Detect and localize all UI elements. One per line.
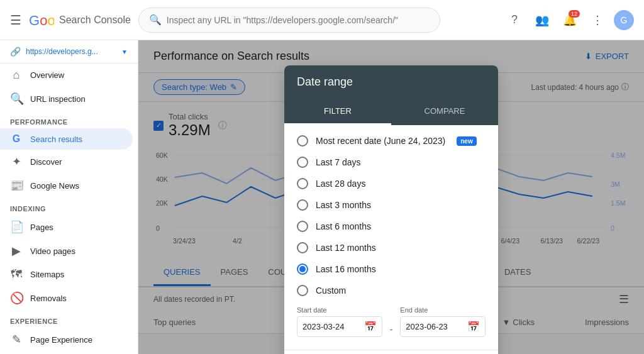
- radio-circle: [297, 285, 308, 296]
- radio-option-most-recent[interactable]: Most recent date (June 24, 2023) new: [284, 130, 498, 152]
- end-date-field[interactable]: 2023-06-23 📅: [400, 316, 486, 337]
- url-search-input[interactable]: [167, 15, 430, 25]
- google-logo-icon: Google: [29, 11, 54, 29]
- property-selector[interactable]: 🔗 https://developers.g... ▼: [0, 40, 138, 64]
- radio-circle-checked: [297, 263, 308, 275]
- calendar-icon: 📅: [364, 321, 377, 333]
- modal-tabs: FILTER COMPARE: [284, 99, 498, 125]
- sidebar-item-discover[interactable]: ✦ Discover: [0, 150, 133, 174]
- start-date-label: Start date: [297, 306, 382, 314]
- sidebar: 🔗 https://developers.g... ▼ ⌂ Overview 🔍…: [0, 40, 138, 354]
- sidebar-item-core-web-vitals[interactable]: 📱 Core Web Vitals: [0, 351, 133, 354]
- top-nav: ☰ Google Search Console 🔍 ? 👥 🔔 12 ⋮ G: [0, 0, 644, 40]
- sidebar-item-label: Discover: [30, 157, 62, 167]
- date-separator: -: [387, 324, 396, 335]
- sidebar-item-sitemaps[interactable]: 🗺 Sitemaps: [0, 263, 133, 286]
- end-date-group: End date 2023-06-23 📅: [400, 306, 486, 337]
- news-icon: 📰: [10, 179, 23, 192]
- video-icon: ▶: [10, 244, 23, 258]
- modal-title: Date range: [284, 65, 498, 99]
- radio-option-12months[interactable]: Last 12 months: [284, 237, 498, 258]
- radio-option-3months[interactable]: Last 3 months: [284, 194, 498, 216]
- modal-footer: All dates recorded in PT. CANCEL APPLY: [284, 350, 498, 354]
- pages-icon: 📄: [10, 220, 23, 234]
- radio-circle: [297, 135, 308, 147]
- avatar[interactable]: G: [614, 10, 634, 30]
- sidebar-item-label: Video pages: [30, 246, 75, 256]
- svg-text:Google: Google: [29, 13, 54, 28]
- calendar-icon: 📅: [467, 321, 480, 333]
- radio-circle: [297, 199, 308, 211]
- experience-icon: ✎: [10, 333, 23, 346]
- sidebar-item-label: Page Experience: [30, 335, 92, 345]
- sidebar-item-video-pages[interactable]: ▶ Video pages: [0, 239, 133, 263]
- start-date-field[interactable]: 2023-03-24 📅: [297, 316, 382, 337]
- sidebar-item-pages[interactable]: 📄 Pages: [0, 215, 133, 239]
- logo-area: Google Search Console: [29, 11, 131, 29]
- link-icon: 🔗: [10, 47, 21, 57]
- app-title: Search Console: [59, 14, 131, 26]
- start-date-value: 2023-03-24: [303, 322, 345, 331]
- home-icon: ⌂: [10, 69, 23, 82]
- end-date-value: 2023-06-23: [406, 322, 448, 331]
- modal-body: Most recent date (June 24, 2023) new Las…: [284, 125, 498, 350]
- modal-tab-compare[interactable]: COMPARE: [391, 99, 498, 125]
- sidebar-item-removals[interactable]: 🚫 Removals: [0, 286, 133, 310]
- sidebar-item-label: Sitemaps: [30, 270, 64, 279]
- notifications-icon[interactable]: 🔔 12: [558, 9, 581, 31]
- sidebar-section-experience: Experience: [0, 310, 138, 328]
- remove-icon: 🚫: [10, 291, 23, 305]
- chevron-down-icon: ▼: [121, 48, 128, 55]
- radio-circle: [297, 221, 308, 232]
- sidebar-item-label: Google News: [30, 181, 79, 191]
- google-g-icon: G: [10, 133, 23, 145]
- sidebar-section-indexing: Indexing: [0, 197, 138, 215]
- radio-circle: [297, 242, 308, 253]
- radio-option-28days[interactable]: Last 28 days: [284, 173, 498, 194]
- help-icon[interactable]: ?: [503, 9, 526, 31]
- main-content: Performance on Search results ⬇ EXPORT S…: [138, 40, 644, 354]
- radio-option-7days[interactable]: Last 7 days: [284, 152, 498, 173]
- sidebar-item-label: Pages: [30, 223, 53, 232]
- end-date-label: End date: [400, 306, 486, 314]
- date-inputs: Start date 2023-03-24 📅 - End date 2023-…: [284, 301, 498, 345]
- radio-circle: [297, 178, 308, 189]
- radio-option-6months[interactable]: Last 6 months: [284, 216, 498, 237]
- people-icon[interactable]: 👥: [531, 9, 553, 31]
- radio-option-16months[interactable]: Last 16 months: [284, 258, 498, 280]
- sidebar-item-label: URL inspection: [30, 94, 86, 104]
- search-bar[interactable]: 🔍: [138, 8, 440, 33]
- property-url: https://developers.g...: [26, 47, 98, 56]
- modal-overlay: Date range FILTER COMPARE Most recent da…: [138, 40, 644, 354]
- nav-icons: ? 👥 🔔 12 ⋮ G: [503, 9, 634, 31]
- sidebar-item-overview[interactable]: ⌂ Overview: [0, 64, 133, 87]
- search-icon: 🔍: [149, 14, 162, 26]
- menu-icon[interactable]: ☰: [10, 13, 21, 28]
- notification-badge: 12: [569, 10, 580, 18]
- sidebar-section-performance: Performance: [0, 111, 138, 128]
- sidebar-item-label: Search results: [30, 135, 82, 144]
- start-date-group: Start date 2023-03-24 📅: [297, 306, 382, 337]
- sidebar-item-label: Removals: [30, 294, 67, 303]
- discover-icon: ✦: [10, 155, 23, 169]
- main-layout: 🔗 https://developers.g... ▼ ⌂ Overview 🔍…: [0, 40, 644, 354]
- sidebar-item-page-experience[interactable]: ✎ Page Experience: [0, 328, 133, 351]
- modal-tab-filter[interactable]: FILTER: [284, 99, 391, 125]
- radio-circle: [297, 157, 308, 168]
- apps-icon[interactable]: ⋮: [586, 9, 609, 31]
- sidebar-item-search-results[interactable]: G Search results: [0, 128, 133, 150]
- date-range-modal: Date range FILTER COMPARE Most recent da…: [284, 65, 498, 354]
- sitemap-icon: 🗺: [10, 268, 23, 281]
- radio-option-custom[interactable]: Custom: [284, 280, 498, 301]
- sidebar-item-url-inspection[interactable]: 🔍 URL inspection: [0, 87, 133, 111]
- sidebar-item-label: Overview: [30, 70, 64, 80]
- sidebar-item-google-news[interactable]: 📰 Google News: [0, 174, 133, 197]
- search-icon: 🔍: [10, 92, 23, 106]
